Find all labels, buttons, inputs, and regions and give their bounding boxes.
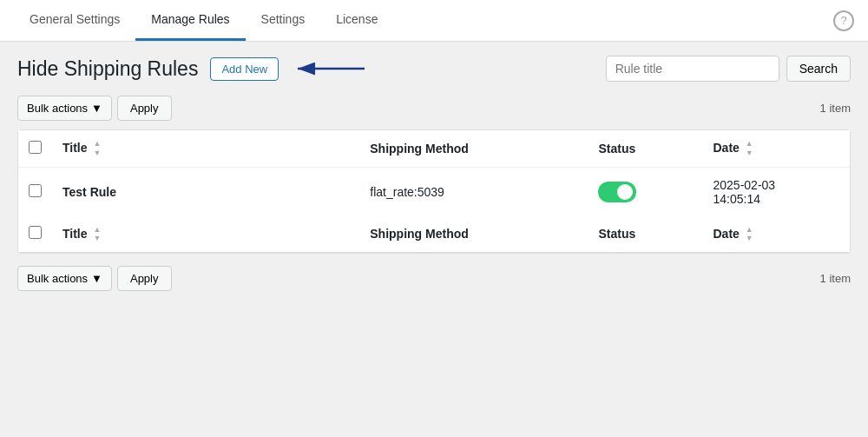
footer-method: Shipping Method — [359, 216, 588, 253]
table-row: Test Rule flat_rate:5039 2025-02-03 14:0… — [18, 167, 850, 216]
page-wrapper: General Settings Manage Rules Settings L… — [0, 0, 868, 437]
footer-title: Title ▲▼ — [52, 216, 359, 253]
search-input[interactable] — [606, 56, 779, 82]
top-toolbar: Bulk actions ▼ Apply 1 item — [17, 96, 851, 121]
page-header-left: Hide Shipping Rules Add New — [17, 56, 369, 81]
chevron-down-icon-top: ▼ — [91, 102, 102, 115]
rules-table: Title ▲▼ Shipping Method Status Date ▲▼ — [18, 130, 850, 253]
bulk-actions-label-top: Bulk actions — [27, 102, 88, 115]
bulk-actions-button-top[interactable]: Bulk actions ▼ — [17, 96, 112, 121]
tab-manage-rules[interactable]: Manage Rules — [135, 0, 245, 41]
row-time: 14:05:14 — [713, 192, 761, 206]
header-title: Title ▲▼ — [52, 130, 359, 167]
apply-button-top[interactable]: Apply — [117, 96, 172, 121]
tabs-list: General Settings Manage Rules Settings L… — [14, 0, 393, 41]
page-title: Hide Shipping Rules — [17, 57, 198, 81]
add-new-button[interactable]: Add New — [210, 57, 279, 81]
page-header-right: Search — [606, 56, 851, 82]
rules-table-wrapper: Title ▲▼ Shipping Method Status Date ▲▼ — [17, 129, 851, 254]
tab-license[interactable]: License — [320, 0, 393, 41]
apply-button-bottom[interactable]: Apply — [117, 266, 172, 291]
table-footer-row: Title ▲▼ Shipping Method Status Date ▲▼ — [18, 216, 850, 253]
footer-date-sort-icon[interactable]: ▲▼ — [746, 225, 753, 244]
tab-general-settings[interactable]: General Settings — [14, 0, 135, 41]
main-content: Hide Shipping Rules Add New Search — [0, 42, 868, 305]
bulk-actions-label-bottom: Bulk actions — [27, 272, 88, 285]
tabs-bar: General Settings Manage Rules Settings L… — [0, 0, 868, 42]
row-checkbox-cell — [18, 167, 52, 216]
chevron-down-icon-bottom: ▼ — [91, 272, 102, 285]
bottom-toolbar: Bulk actions ▼ Apply 1 item — [17, 266, 851, 291]
row-checkbox[interactable] — [29, 184, 42, 197]
footer-title-sort-icon[interactable]: ▲▼ — [93, 225, 101, 244]
footer-checkbox[interactable] — [29, 226, 42, 239]
footer-date: Date ▲▼ — [703, 216, 851, 253]
header-date: Date ▲▼ — [703, 130, 851, 167]
footer-status: Status — [588, 216, 702, 253]
bottom-item-count: 1 item — [820, 272, 851, 285]
arrow-indicator — [291, 56, 369, 81]
row-date-cell: 2025-02-03 14:05:14 — [703, 167, 851, 216]
bulk-actions-button-bottom[interactable]: Bulk actions ▼ — [17, 266, 112, 291]
header-status: Status — [588, 130, 702, 167]
toggle-slider — [598, 182, 636, 202]
title-sort-icon[interactable]: ▲▼ — [93, 139, 101, 158]
status-toggle[interactable] — [598, 182, 636, 202]
date-sort-icon[interactable]: ▲▼ — [746, 139, 753, 158]
footer-checkbox-cell — [18, 216, 52, 253]
arrow-svg — [291, 56, 369, 81]
row-title: Test Rule — [62, 185, 116, 199]
table-header-row: Title ▲▼ Shipping Method Status Date ▲▼ — [18, 130, 850, 167]
row-date: 2025-02-03 — [713, 178, 776, 192]
top-toolbar-left: Bulk actions ▼ Apply — [17, 96, 172, 121]
row-title-cell: Test Rule — [52, 167, 359, 216]
page-header: Hide Shipping Rules Add New Search — [17, 56, 851, 82]
header-checkbox-cell — [18, 130, 52, 167]
top-item-count: 1 item — [820, 102, 851, 115]
bottom-toolbar-left: Bulk actions ▼ Apply — [17, 266, 172, 291]
header-method: Shipping Method — [359, 130, 588, 167]
row-status-cell — [588, 167, 702, 216]
tab-settings[interactable]: Settings — [246, 0, 321, 41]
search-button[interactable]: Search — [786, 56, 851, 82]
help-icon[interactable]: ? — [833, 10, 854, 31]
header-checkbox[interactable] — [29, 141, 42, 154]
row-method-cell: flat_rate:5039 — [359, 167, 588, 216]
